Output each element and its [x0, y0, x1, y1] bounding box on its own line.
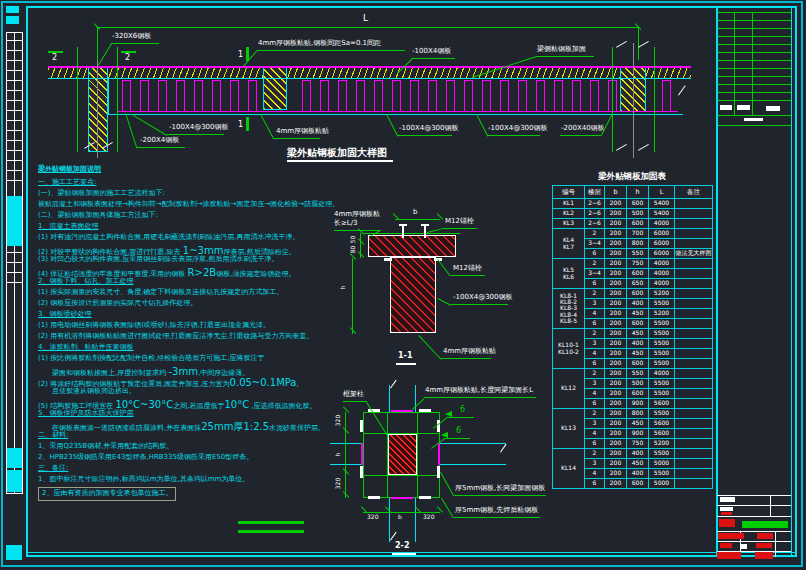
table-cell: 6: [585, 479, 605, 489]
table-cell: 2: [585, 409, 605, 419]
label-plate-200x40: -200X40钢板: [561, 125, 605, 132]
table-cell: 5500: [649, 339, 675, 349]
line: [718, 115, 791, 116]
table-cell: [675, 439, 713, 449]
title-block-stamp: [720, 543, 732, 548]
note-text: 钢板,须按规定除锈处理。: [216, 270, 295, 278]
d2-column-section: [388, 434, 417, 475]
line: [363, 475, 440, 476]
line: [7, 180, 22, 181]
table-cell: 200: [605, 399, 627, 409]
line: [448, 417, 474, 418]
note-text: (二)、梁贴钢板加固具体施工方法如下:: [38, 211, 158, 219]
line: [384, 258, 392, 261]
table-header: 楼层: [585, 186, 605, 199]
table-cell: 5500: [649, 449, 675, 459]
table-row: KL8-1 KL8-2 KL8-3 KL8-4 KL8-522006005200: [553, 289, 713, 299]
table-cell: 200: [605, 249, 627, 259]
title-block-stamp: [717, 552, 741, 559]
line: [766, 106, 780, 111]
line: [6, 545, 22, 560]
line: [7, 140, 22, 141]
note-text: 三、备注:: [38, 464, 68, 472]
table-header: h: [627, 186, 649, 199]
line: [791, 6, 792, 557]
table-cell: 600: [627, 389, 649, 399]
note-line: 且使胶液从钢板周边挤出。: [52, 388, 136, 396]
table-cell: [675, 409, 713, 419]
table-cell: [675, 279, 713, 289]
line: [345, 412, 346, 498]
line: [775, 531, 776, 557]
table-cell: 5600: [649, 429, 675, 439]
table-cell: 2~6: [585, 199, 605, 209]
line: [118, 111, 678, 112]
table-cell: [675, 219, 713, 229]
line: [7, 470, 22, 492]
table-cell: [675, 309, 713, 319]
table-cell-id: KL12: [553, 369, 585, 409]
title-block-stamp: [719, 519, 735, 527]
d2-dim-left-320a: 320: [334, 415, 341, 426]
line: [752, 12, 753, 115]
title-block-stamp: [721, 512, 732, 515]
line: [734, 12, 735, 115]
line: [330, 464, 363, 465]
line: [717, 541, 791, 542]
note-text: 在钢板表面涂一道防锈漆或防腐涂料,并在表面抹: [52, 424, 201, 432]
column-left-hatch: [88, 67, 108, 152]
table-cell-id: KL5 KL6: [553, 259, 585, 289]
table-cell-id: KL14: [553, 449, 585, 489]
table-cell: 200: [605, 369, 627, 379]
line: [7, 80, 22, 81]
note-line: 2、钢板下料、钻孔、加工处理: [38, 278, 133, 286]
table-cell: [675, 209, 713, 219]
table-cell: 5500: [649, 389, 675, 399]
note-text: 2、应由有资质的加固专业承包单位施工。: [42, 489, 172, 497]
line: [7, 90, 22, 91]
table-cell: 5000: [649, 459, 675, 469]
table-cell: 600: [627, 479, 649, 489]
line: [363, 433, 440, 434]
table-cell: [675, 419, 713, 429]
table-cell: 650: [627, 279, 649, 289]
line: [718, 20, 791, 21]
leader-underline: [411, 58, 455, 59]
line: [14, 32, 15, 494]
note-text: 水泥砂浆保护层。: [269, 424, 325, 432]
note-text: 梁面和钢板粘接面上,厚度控制要求约: [52, 369, 168, 377]
table-row: KL32~62006004000: [553, 219, 713, 229]
table-cell: [675, 449, 713, 459]
d1-dim-b: b: [413, 209, 417, 216]
line: [360, 420, 363, 432]
table-cell: 450: [627, 329, 649, 339]
table-cell: 6000: [649, 229, 675, 239]
title-block-stamp: [742, 521, 788, 528]
d1-dim-50: 50: [349, 236, 356, 244]
d2-weld-b: 6: [456, 427, 461, 435]
line: [438, 443, 440, 465]
table-cell: 600: [627, 319, 649, 329]
line: [7, 110, 22, 111]
note-line: 一、施工工艺要点:: [38, 179, 96, 187]
line: [7, 160, 22, 161]
table-cell: [675, 369, 713, 379]
leader-underline: [274, 138, 320, 139]
note-text: (1) 用电动钢丝刷将钢板表面除锈(或喷砂),除去浮锈,打磨至出现金属光泽。: [38, 321, 270, 329]
note-text: (2) 用有机溶剂将钢板粘贴面进行擦拭处理,打磨面应洁净无尘,打磨纹路与受力方向…: [38, 332, 314, 340]
stirrup-plate: [410, 80, 419, 112]
table-cell: 5500: [649, 349, 675, 359]
note-text: 二、材料:: [38, 431, 68, 439]
line: [108, 114, 683, 115]
line: [108, 78, 109, 114]
line: [718, 76, 791, 77]
line: [7, 282, 22, 283]
table-cell: 200: [605, 209, 627, 219]
table-row: KL1222005504000: [553, 369, 713, 379]
table-cell: 做法见大样图: [675, 249, 713, 259]
line: [415, 385, 416, 412]
table-cell: 6: [585, 439, 605, 449]
leader-underline: [441, 358, 491, 359]
line: [718, 28, 791, 29]
line: [391, 410, 413, 412]
